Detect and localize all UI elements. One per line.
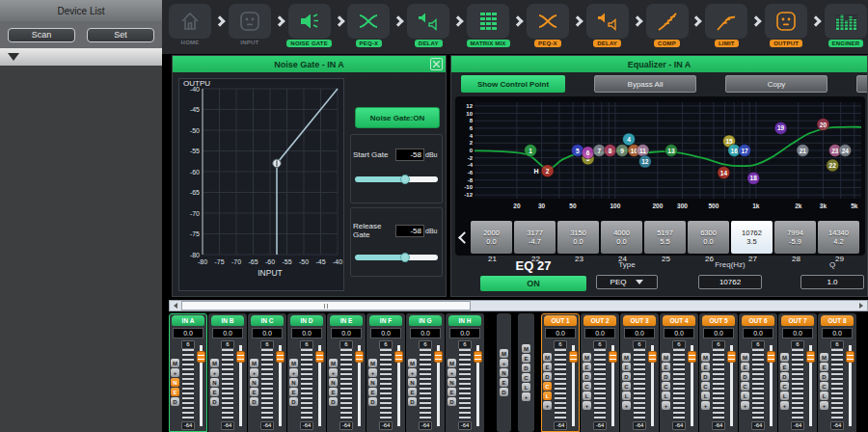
- channel-btn-E[interactable]: E: [210, 388, 219, 396]
- channel-btn-N[interactable]: N: [171, 378, 179, 387]
- aux-btn-C[interactable]: C: [522, 373, 530, 382]
- band-button-28[interactable]: 7994-5.9: [774, 221, 816, 254]
- channel-btn-M[interactable]: M: [622, 353, 631, 362]
- toolbar-item-enginer[interactable]: ENGINER: [824, 4, 868, 47]
- channel-btn-L[interactable]: L: [662, 392, 670, 400]
- fader-handle[interactable]: [806, 351, 815, 363]
- channel-btn-M[interactable]: M: [368, 359, 377, 367]
- channel-btn-N[interactable]: N: [368, 378, 377, 387]
- band-button-27[interactable]: 107623.5: [731, 221, 773, 254]
- freq-field[interactable]: 10762: [698, 275, 762, 289]
- band-on-button[interactable]: ON: [480, 276, 586, 291]
- channel-btn-C[interactable]: C: [662, 382, 670, 391]
- channel-btn-L[interactable]: L: [780, 392, 789, 400]
- channel-btn-D[interactable]: D: [171, 397, 179, 406]
- channel-btn-+[interactable]: +: [622, 401, 631, 410]
- channel-btn-E[interactable]: E: [250, 388, 258, 396]
- band-button-24[interactable]: 40000.0: [601, 221, 642, 254]
- scan-button[interactable]: Scan: [8, 28, 75, 42]
- channel-btn-M[interactable]: M: [701, 353, 710, 362]
- device-list-expander[interactable]: [0, 48, 162, 66]
- set-button[interactable]: Set: [87, 28, 154, 42]
- fader-handle[interactable]: [767, 351, 775, 363]
- aux-btn-+[interactable]: +: [522, 392, 530, 401]
- bypass-all-button[interactable]: Bypass All: [594, 75, 696, 93]
- channel-gain-value[interactable]: 0.0: [370, 328, 401, 338]
- channel-strip-out-6[interactable]: OUT 60.0MEDCL+6-64: [739, 313, 777, 432]
- channel-btn-E[interactable]: E: [583, 363, 591, 371]
- copy-button[interactable]: Copy: [725, 75, 827, 93]
- channel-btn-D[interactable]: D: [543, 372, 552, 381]
- channel-btn-M[interactable]: M: [171, 359, 179, 367]
- channel-btn-D[interactable]: D: [622, 372, 631, 381]
- fader-handle[interactable]: [197, 351, 205, 363]
- channel-strip-out-4[interactable]: OUT 40.0MEDCL+6-64: [660, 313, 698, 432]
- fader-handle[interactable]: [355, 351, 364, 363]
- channel-strip-out-5[interactable]: OUT 50.0MEDCL+6-64: [699, 313, 738, 432]
- start-gate-slider-knob[interactable]: [400, 175, 410, 184]
- channel-btn-+[interactable]: +: [210, 368, 219, 377]
- band-button-29[interactable]: 143404.2: [818, 221, 859, 254]
- toolbar-item-delay-in[interactable]: DELAY: [406, 4, 450, 47]
- channel-btn-C[interactable]: C: [741, 382, 749, 391]
- channel-btn-E[interactable]: E: [543, 363, 552, 371]
- channel-btn-M[interactable]: M: [448, 359, 456, 367]
- fader-handle[interactable]: [474, 351, 482, 363]
- channel-btn-N[interactable]: N: [210, 378, 219, 387]
- channel-btn-N[interactable]: N: [289, 378, 298, 387]
- equalizer-curve[interactable]: 121086420-2-4-6-8-10-1220305010020030050…: [457, 98, 863, 218]
- channel-strip-in-b[interactable]: IN B0.0M+NED6-64: [208, 313, 247, 432]
- band-button-21[interactable]: 20000.0: [471, 221, 512, 254]
- fader-handle[interactable]: [315, 351, 324, 363]
- channel-strip-in-e[interactable]: IN E0.0M+NED6-64: [327, 313, 366, 432]
- channel-gain-value[interactable]: 0.0: [291, 328, 322, 338]
- fader-handle[interactable]: [276, 351, 285, 363]
- toolbar-item-comp[interactable]: COMP: [645, 4, 690, 47]
- channel-btn-L[interactable]: L: [583, 392, 591, 400]
- toolbar-item-output[interactable]: OUTPUT: [764, 4, 808, 47]
- channel-btn-E[interactable]: E: [622, 363, 631, 371]
- channel-btn-M[interactable]: M: [741, 353, 749, 362]
- start-gate-value[interactable]: -58: [395, 148, 424, 161]
- channel-gain-value[interactable]: 0.0: [624, 328, 655, 338]
- band-button-25[interactable]: 51975.5: [644, 221, 686, 254]
- toolbar-item-peq-x-out[interactable]: PEQ-X: [526, 4, 570, 47]
- channel-btn-D[interactable]: D: [368, 397, 377, 406]
- fader-handle[interactable]: [648, 351, 657, 363]
- toolbar-item-peq-x-in[interactable]: PEQ-X: [346, 4, 391, 47]
- channel-gain-value[interactable]: 0.0: [331, 328, 362, 338]
- channel-strip-out-8[interactable]: OUT 80.0MEDCL+6-64: [818, 313, 856, 432]
- channel-strip-in-h[interactable]: IN H0.0M+NED6-64: [446, 313, 484, 432]
- channel-btn-E[interactable]: E: [701, 363, 710, 371]
- channel-strip-out-1[interactable]: OUT 10.0MEDCL+6-64: [541, 313, 580, 432]
- channel-btn-+[interactable]: +: [820, 401, 828, 410]
- show-control-point-button[interactable]: Show Control Point: [461, 75, 565, 93]
- release-gate-slider-knob[interactable]: [400, 253, 410, 262]
- channel-btn-+[interactable]: +: [780, 401, 789, 410]
- channel-btn-L[interactable]: L: [741, 392, 749, 400]
- channel-btn-D[interactable]: D: [448, 397, 456, 406]
- fader-handle[interactable]: [688, 351, 696, 363]
- channel-btn-D[interactable]: D: [210, 397, 219, 406]
- channel-gain-value[interactable]: 0.0: [449, 328, 480, 338]
- aux-btn-N[interactable]: N: [500, 368, 508, 377]
- fader-handle[interactable]: [727, 351, 736, 363]
- channel-btn-M[interactable]: M: [250, 359, 258, 367]
- type-select[interactable]: PEQ: [596, 275, 658, 289]
- channel-btn-D[interactable]: D: [408, 397, 417, 406]
- channel-btn-N[interactable]: N: [448, 378, 456, 387]
- channel-btn-L[interactable]: L: [701, 392, 710, 400]
- horizontal-scrollbar[interactable]: [169, 300, 868, 311]
- band-button-26[interactable]: 63000.0: [688, 221, 729, 254]
- channel-gain-value[interactable]: 0.0: [584, 328, 615, 338]
- channel-btn-E[interactable]: E: [820, 363, 828, 371]
- channel-btn-D[interactable]: D: [329, 397, 338, 406]
- channel-btn-M[interactable]: M: [662, 353, 670, 362]
- start-gate-slider[interactable]: [355, 176, 438, 182]
- toolbar-item-home[interactable]: HOME: [168, 4, 212, 45]
- channel-btn-D[interactable]: D: [583, 372, 591, 381]
- channel-btn-D[interactable]: D: [250, 397, 258, 406]
- fader-handle[interactable]: [236, 351, 245, 363]
- channel-btn-M[interactable]: M: [408, 359, 417, 367]
- channel-btn-L[interactable]: L: [622, 392, 631, 400]
